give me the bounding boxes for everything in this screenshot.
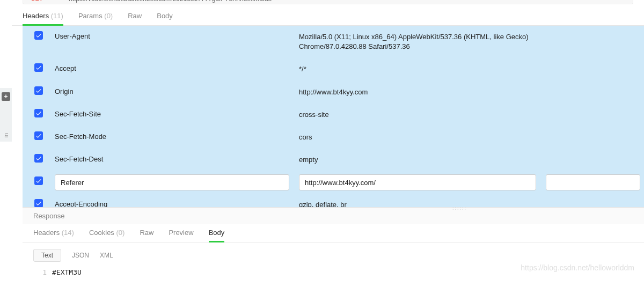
url-bar: GET https://vod0.wenshibaowenbelt.com/20… [23,0,633,4]
line-number: 1 [23,268,52,276]
header-name[interactable]: Sec-Fetch-Dest [55,152,299,166]
header-value-input[interactable] [299,174,536,190]
resp-tab-cookies-count: (0) [116,229,125,237]
resp-tab-headers-count: (14) [62,229,74,237]
header-value[interactable]: */* [299,61,546,77]
header-value[interactable] [299,174,546,190]
format-text[interactable]: Text [33,249,61,262]
header-name[interactable]: Accept [55,61,299,76]
header-checkbox[interactable] [34,199,43,207]
header-name[interactable]: Accept-Encoding [55,197,299,207]
header-desc-input[interactable] [546,174,640,190]
response-section-label: Response :::::: [23,207,644,224]
format-json[interactable]: JSON [72,252,89,259]
tab-headers-count: (11) [51,12,63,20]
header-name[interactable]: User-Agent [55,29,299,43]
header-name[interactable]: Origin [55,84,299,99]
header-checkbox[interactable] [34,86,43,95]
tab-body[interactable]: Body [157,12,173,25]
left-tab-label: in [3,133,9,138]
request-url: https://vod0.wenshibaowenbelt.com/202103… [69,0,272,3]
method-badge: GET [31,0,43,2]
resize-handle-icon[interactable]: :::::: [452,205,467,211]
tab-headers[interactable]: Headers (11) [23,12,63,25]
format-tabs: Text JSON XML [23,242,644,268]
line-content: #EXTM3U [52,268,82,276]
add-panel-icon[interactable] [2,92,10,101]
header-name-input[interactable] [55,174,289,190]
request-tabs: Headers (11) Params (0) Raw Body [12,4,644,26]
tab-params[interactable]: Params (0) [78,12,113,25]
tab-body-label: Body [157,12,173,20]
header-checkbox[interactable] [34,131,43,140]
header-name[interactable] [55,174,299,190]
resp-tab-preview[interactable]: Preview [169,229,193,242]
tab-raw-label: Raw [128,12,142,20]
resp-tab-raw[interactable]: Raw [140,229,153,242]
resp-tab-body[interactable]: Body [209,229,225,242]
header-name[interactable]: Sec-Fetch-Mode [55,129,299,144]
headers-list: User-AgentMozilla/5.0 (X11; Linux x86_64… [23,26,644,207]
header-row: User-AgentMozilla/5.0 (X11; Linux x86_64… [23,26,644,58]
response-body: 1 #EXTM3U [23,268,644,276]
tab-params-count: (0) [104,12,113,20]
header-checkbox[interactable] [34,154,43,163]
header-description[interactable] [546,174,644,190]
tab-raw[interactable]: Raw [128,12,142,25]
header-row: Accept*/* [23,58,644,80]
header-row: Sec-Fetch-Destempty [23,149,644,171]
tab-params-label: Params [78,12,103,20]
header-row: Accept-Encodinggzip, deflate, br [23,194,644,207]
resp-tab-cookies-label: Cookies [89,229,114,237]
tab-headers-label: Headers [23,12,49,20]
header-row: Sec-Fetch-Sitecross-site [23,104,644,126]
header-value[interactable]: http://www.bt4kyy.com [299,84,546,100]
header-value[interactable]: Mozilla/5.0 (X11; Linux x86_64) AppleWeb… [299,29,546,55]
response-tabs: Headers (14) Cookies (0) Raw Preview Bod… [23,224,644,242]
header-row: Sec-Fetch-Modecors [23,126,644,149]
resp-tab-cookies[interactable]: Cookies (0) [89,229,125,242]
header-row: Originhttp://www.bt4kyy.com [23,81,644,104]
resp-tab-raw-label: Raw [140,229,153,237]
header-name[interactable]: Sec-Fetch-Site [55,107,299,121]
header-value[interactable]: empty [299,152,546,168]
format-xml[interactable]: XML [100,252,113,259]
resp-tab-headers-label: Headers [33,229,60,237]
header-checkbox[interactable] [34,31,43,40]
resp-tab-headers[interactable]: Headers (14) [33,229,74,242]
header-row [23,171,644,194]
header-value[interactable]: cors [299,129,546,145]
header-checkbox[interactable] [34,109,43,117]
header-value[interactable]: gzip, deflate, br [299,197,546,207]
resp-tab-preview-label: Preview [169,229,193,237]
header-checkbox[interactable] [34,63,43,72]
header-checkbox[interactable] [34,176,43,185]
resp-tab-body-label: Body [209,229,225,237]
header-value[interactable]: cross-site [299,107,546,123]
response-label-text: Response [33,212,65,220]
